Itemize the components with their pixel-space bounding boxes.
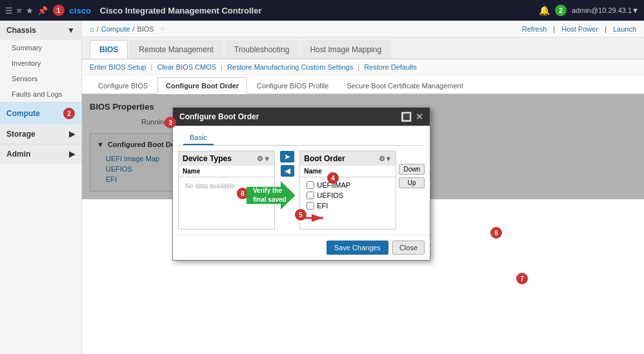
move-right-button[interactable]: ➤ — [280, 151, 294, 162]
subtab-secure-boot[interactable]: Secure Boot Certificate Management — [338, 77, 471, 93]
sidebar-item-inventory[interactable]: Inventory — [0, 55, 81, 71]
menu-icon[interactable]: ☰ — [5, 6, 13, 15]
breadcrumb-compute[interactable]: Compute — [101, 25, 130, 33]
main-tab-bar: BIOS Remote Management Troubleshooting H… — [82, 37, 644, 59]
sidebar-item-faults[interactable]: Faults and Logs — [0, 86, 81, 102]
device-types-gear-icon[interactable]: ⚙▼ — [257, 155, 270, 163]
links-bar: Enter BIOS Setup | Clear BIOS CMOS | Res… — [82, 59, 644, 75]
annotation-4: 4 — [327, 172, 339, 184]
sub-tab-bar: Configure BIOS Configure Boot Order Conf… — [82, 75, 644, 94]
host-power-link[interactable]: Host Power — [561, 25, 598, 33]
bios-content: BIOS Properties Running Version C83uCPE_… — [82, 94, 644, 199]
compute-header[interactable]: Compute 2 — [0, 103, 81, 124]
clear-bios-cmos-link[interactable]: Clear BIOS CMOS — [157, 63, 216, 71]
uefios-checkbox[interactable] — [307, 192, 314, 199]
annotation-6: 6 — [490, 227, 502, 239]
nav-icons: ☰ ≡ ★ 📌 — [5, 6, 48, 15]
close-button[interactable]: Close — [392, 241, 425, 255]
compute-label: Compute — [6, 109, 40, 118]
tab-host-image[interactable]: Host Image Mapping — [300, 40, 391, 59]
chassis-header[interactable]: Chassis ▼ — [0, 21, 81, 40]
modal-tab-basic[interactable]: Basic — [183, 131, 214, 145]
efi-label: EFI — [317, 202, 328, 210]
admin-section: Admin ▶ — [0, 144, 81, 164]
bell-icon[interactable]: 🔔 — [539, 5, 550, 15]
launch-link[interactable]: Launch — [613, 25, 636, 33]
top-bar-left: ☰ ≡ ★ 📌 1 cisco Cisco Integrated Managem… — [5, 5, 262, 16]
boot-order-label: Boot Order — [304, 154, 345, 163]
boot-order-item-uefios: UEFIOS — [304, 190, 392, 201]
storage-section: Storage ▶ — [0, 124, 81, 144]
cisco-logo: cisco — [70, 6, 91, 15]
boot-order-header: Boot Order ⚙▼ — [300, 152, 396, 166]
subtab-configure-bios-profile[interactable]: Configure BIOS Profile — [248, 77, 337, 93]
modal-tab-bar: Basic — [178, 131, 425, 146]
move-up-button[interactable]: Up — [399, 177, 425, 188]
top-bar-right: 🔔 2 admin@10.29.43.1▼ — [539, 5, 639, 16]
chassis-chevron: ▼ — [67, 26, 75, 35]
efi-checkbox[interactable] — [307, 202, 314, 210]
boot-order-item-efi: EFI — [304, 201, 392, 211]
pin-icon[interactable]: 📌 — [37, 6, 48, 15]
star-icon[interactable]: ★ — [26, 6, 34, 15]
restore-defaults-link[interactable]: Restore Defaults — [364, 63, 417, 71]
main-layout: Chassis ▼ Summary Inventory Sensors Faul… — [0, 21, 644, 354]
modal-close-icon[interactable]: ✕ — [416, 112, 423, 122]
modal-footer: Save Changes Close — [173, 235, 430, 260]
annotation-3: 3 — [165, 117, 176, 128]
subtab-configure-bios[interactable]: Configure BIOS — [90, 77, 156, 93]
sidebar: Chassis ▼ Summary Inventory Sensors Faul… — [0, 21, 82, 354]
transfer-controls: ➤ ◀ — [277, 151, 297, 177]
list-icon[interactable]: ≡ — [17, 6, 22, 15]
save-changes-button[interactable]: Save Changes — [327, 241, 388, 255]
sidebar-item-summary[interactable]: Summary — [0, 40, 81, 55]
storage-header[interactable]: Storage ▶ — [0, 124, 81, 144]
admin-label: Admin — [6, 150, 30, 159]
uefiimap-checkbox[interactable] — [307, 181, 314, 189]
breadcrumb-sep2: / — [132, 25, 134, 33]
sidebar-item-sensors[interactable]: Sensors — [0, 71, 81, 86]
uefios-label: UEFIOS — [317, 192, 343, 199]
breadcrumb-bios: BIOS — [137, 25, 154, 33]
main-content: ⌂ / Compute / BIOS ☆ Refresh | Host Powe… — [82, 21, 644, 354]
chassis-label: Chassis — [6, 26, 36, 35]
tab-bios[interactable]: BIOS — [90, 40, 128, 59]
admin-info: admin@10.29.43.1▼ — [572, 6, 639, 14]
updown-controls: Down Up — [399, 151, 425, 188]
top-bar: ☰ ≡ ★ 📌 1 cisco Cisco Integrated Managem… — [0, 0, 644, 21]
device-name-subheader: Name — [179, 166, 274, 177]
storage-label: Storage — [6, 130, 35, 139]
breadcrumb-bar: ⌂ / Compute / BIOS ☆ Refresh | Host Powe… — [82, 21, 644, 37]
app-title: Cisco Integrated Management Controller — [100, 6, 262, 15]
device-types-header: Device Types ⚙▼ — [179, 152, 274, 166]
subtab-configure-boot-order[interactable]: Configure Boot Order — [157, 77, 247, 94]
admin-header[interactable]: Admin ▶ — [0, 144, 81, 164]
home-icon[interactable]: ⌂ — [90, 25, 94, 33]
transfer-arrow-icon — [301, 211, 327, 224]
compute-badge: 2 — [63, 108, 75, 119]
storage-chevron: ▶ — [69, 130, 75, 139]
restore-manufacturing-link[interactable]: Restore Manufacturing Custom Settings — [227, 63, 353, 71]
move-left-button[interactable]: ◀ — [281, 165, 294, 177]
boot-order-item-uefiimap: UEFIIMAP — [304, 180, 392, 190]
breadcrumb-actions: Refresh | Host Power | Launch — [522, 25, 636, 33]
configure-boot-order-modal: Configure Boot Order 🔳 ✕ Basic — [172, 107, 430, 261]
badge-1: 1 — [53, 5, 65, 16]
modal-header: Configure Boot Order 🔳 ✕ — [173, 108, 430, 126]
chassis-section: Chassis ▼ Summary Inventory Sensors Faul… — [0, 21, 81, 103]
device-types-label: Device Types — [183, 154, 232, 163]
admin-chevron: ▶ — [69, 150, 75, 159]
breadcrumb-sep1: / — [97, 25, 99, 33]
move-down-button[interactable]: Down — [399, 164, 425, 175]
tab-troubleshooting[interactable]: Troubleshooting — [225, 40, 299, 59]
badge-2: 2 — [555, 5, 567, 16]
tab-remote-mgmt[interactable]: Remote Management — [129, 40, 223, 59]
annotation-7: 7 — [516, 273, 528, 284]
enter-bios-setup-link[interactable]: Enter BIOS Setup — [90, 63, 146, 71]
modal-title: Configure Boot Order — [179, 112, 259, 121]
modal-minimize-icon[interactable]: 🔳 — [401, 112, 412, 122]
boot-order-name-subheader: Name — [300, 166, 396, 177]
refresh-link[interactable]: Refresh — [522, 25, 547, 33]
breadcrumb-star[interactable]: ☆ — [159, 25, 166, 33]
boot-order-gear-icon[interactable]: ⚙▼ — [379, 155, 392, 163]
